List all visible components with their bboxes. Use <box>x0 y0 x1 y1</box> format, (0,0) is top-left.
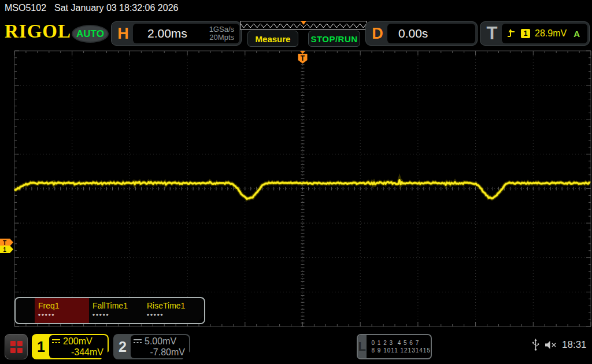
timebase-value: 2.00ms <box>147 27 187 40</box>
trigger-source-badge: 1 <box>521 29 530 38</box>
svg-text:1: 1 <box>3 247 6 253</box>
svg-text:T: T <box>301 54 305 62</box>
trigger-edge-icon <box>507 29 516 38</box>
horizontal-label: H <box>113 25 133 43</box>
rigol-logo: RIGOL <box>5 21 71 42</box>
channel2-scale: 5.00mV <box>145 336 176 347</box>
logic-channels-row2: 8 9 1011 12131415 <box>372 347 431 354</box>
measurement-item-freq1[interactable]: Freq1 ***** <box>35 298 89 323</box>
tiles-icon <box>10 341 23 353</box>
dc-coupling-icon <box>133 339 142 344</box>
measurement-label: RiseTime1 <box>147 301 198 310</box>
topbar: MSO5102Sat January 03 18:32:06 2026 <box>0 0 592 17</box>
channel1-offset: -344mV <box>51 347 105 358</box>
panel-corner-cut <box>182 351 190 359</box>
measure-button[interactable]: Measure <box>247 31 298 47</box>
oscilloscope-screen: MSO5102Sat January 03 18:32:06 2026 RIGO… <box>0 0 592 364</box>
channel2-number: 2 <box>114 335 131 358</box>
trigger-panel[interactable]: T 1 28.9mV A <box>480 21 590 46</box>
bottom-bar: 1 200mV -344mV 2 <box>0 330 592 364</box>
measurement-value: ***** <box>147 313 198 320</box>
channel1-scale: 200mV <box>63 336 92 347</box>
display-menu-button[interactable] <box>5 334 28 359</box>
channel2-box[interactable]: 2 5.00mV -7.80mV <box>113 334 190 359</box>
graticule-and-trace: TT1 <box>0 50 592 330</box>
waveform-preview-strip[interactable] <box>240 21 367 30</box>
memory-depth: 20Mpts <box>209 34 234 42</box>
channel1-number: 1 <box>33 335 49 358</box>
delay-label: D <box>368 25 387 43</box>
panel-corner-cut <box>101 351 109 359</box>
measurement-item-falltime1[interactable]: FallTime1 ***** <box>89 298 143 323</box>
channel1-box[interactable]: 1 200mV -344mV <box>32 334 109 359</box>
measurement-item-risetime1[interactable]: RiseTime1 ***** <box>143 298 198 323</box>
panel-corner-cut <box>196 315 205 324</box>
measurement-value: ***** <box>92 313 143 320</box>
measurement-label: FallTime1 <box>92 301 143 310</box>
delay-value: 0.00s <box>398 27 428 40</box>
speaker-muted-icon <box>545 340 557 350</box>
measurement-panel[interactable]: Freq1 ***** FallTime1 ***** RiseTime1 **… <box>14 297 205 324</box>
svg-text:T: T <box>3 240 6 246</box>
sample-rate: 1GSa/s <box>209 25 234 34</box>
clock: 18:31 <box>562 339 587 351</box>
channel2-offset: -7.80mV <box>133 347 186 358</box>
logic-label: L <box>358 335 367 358</box>
model-name: MSO5102 <box>5 3 46 13</box>
trigger-sweep-mode: A <box>574 29 580 39</box>
acquisition-mode-badge: AUTO <box>72 25 109 43</box>
logic-channels-row1: 0 1 2 3 4 5 6 7 <box>372 339 431 347</box>
waveform-display: TT1 Freq1 ***** FallTime1 ***** RiseTime… <box>0 50 592 330</box>
dc-coupling-icon <box>51 339 61 344</box>
horizontal-panel[interactable]: H 2.00ms 1GSa/s 20Mpts <box>111 21 242 46</box>
trigger-level-value: 28.9mV <box>535 28 567 39</box>
measurement-value: ***** <box>38 313 89 320</box>
logic-channels-box[interactable]: L 0 1 2 3 4 5 6 7 8 9 1011 12131415 <box>357 334 432 359</box>
trigger-label: T <box>482 23 502 44</box>
delay-panel[interactable]: D 0.00s <box>365 21 478 46</box>
measurement-label: Freq1 <box>38 301 89 310</box>
stop-run-button[interactable]: STOP/RUN <box>308 31 360 47</box>
preview-trigger-marker <box>301 21 306 25</box>
usb-icon <box>532 339 539 351</box>
header-bar: RIGOL AUTO H 2.00ms 1GSa/s 20Mpts Measur… <box>0 17 592 50</box>
datetime: Sat January 03 18:32:06 2026 <box>54 3 178 13</box>
